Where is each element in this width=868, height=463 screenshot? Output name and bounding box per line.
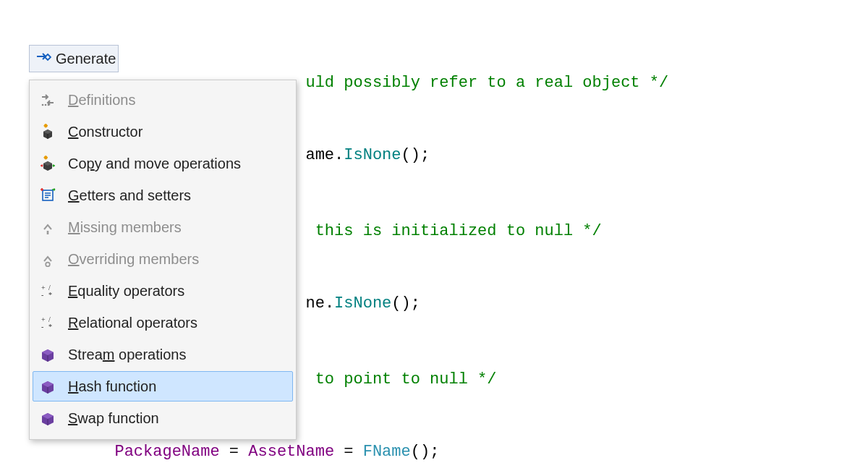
menu-item-hash-function[interactable]: Hash function [33, 371, 293, 402]
generate-header-button[interactable]: Generate [29, 45, 119, 72]
menu-item-label: Getters and setters [68, 187, 191, 204]
menu-item-label: Equality operators [68, 283, 184, 300]
override-o-icon [39, 250, 56, 268]
menu-item-label: Relational operators [68, 315, 197, 331]
code-token: (); [411, 443, 440, 461]
generate-icon [35, 49, 51, 69]
code-token: (); [401, 146, 430, 164]
code-token: AssetName [248, 443, 334, 461]
definitions-icon [39, 91, 56, 109]
code-token: (); [391, 294, 420, 313]
new-cube-icon [39, 123, 56, 140]
code-token: = [220, 443, 249, 461]
code-token: FName [363, 443, 411, 461]
cube-icon [39, 346, 56, 363]
menu-item-label: Hash function [68, 378, 156, 395]
menu-item-label: Definitions [68, 92, 135, 109]
menu-item-equality-operators[interactable]: Equality operators [33, 276, 293, 306]
code-token: to point to null */ [305, 370, 496, 388]
code-token: IsNone [334, 294, 391, 313]
code-token: ne [305, 294, 324, 313]
generate-menu: DefinitionsConstructorCopy and move oper… [29, 80, 297, 440]
menu-item-label: Stream operations [68, 347, 186, 363]
code-token: ame [305, 146, 334, 164]
cube-icon [39, 378, 56, 395]
menu-item-label: Constructor [68, 124, 142, 140]
menu-item-getters-setters[interactable]: Getters and setters [33, 180, 293, 211]
menu-item-definitions: Definitions [33, 85, 293, 115]
menu-item-relational-operators[interactable]: Relational operators [33, 307, 293, 338]
menu-item-label: Swap function [68, 410, 159, 427]
code-line[interactable]: PackageName = AssetName = FName(); [0, 441, 439, 463]
code-token: . [325, 294, 334, 313]
code-token: = [334, 443, 363, 461]
menu-item-missing-members: Missing members [33, 212, 293, 242]
getset-icon [39, 187, 56, 204]
code-token: PackageName [114, 443, 219, 461]
cube-icon [39, 409, 56, 427]
menu-item-stream-operations[interactable]: Stream operations [33, 339, 293, 370]
code-token: uld possibly refer to a real object */ [305, 74, 668, 92]
menu-item-label: Missing members [68, 219, 182, 236]
code-token: this is initialized to null */ [305, 222, 601, 240]
code-token [0, 443, 114, 461]
menu-item-copy-move-operations[interactable]: Copy and move operations [33, 148, 293, 179]
menu-item-constructor[interactable]: Constructor [33, 116, 293, 147]
operators-icon [39, 282, 56, 300]
menu-item-overriding-members: Overriding members [33, 244, 293, 274]
operators-icon [39, 314, 56, 331]
code-token: . [334, 146, 344, 164]
new-cube-arrows-icon [39, 155, 56, 172]
menu-item-label: Copy and move operations [68, 156, 241, 172]
override-i-icon [39, 218, 56, 236]
code-token: IsNone [344, 146, 401, 164]
generate-header-label: Generate [56, 51, 116, 67]
menu-item-swap-function[interactable]: Swap function [33, 403, 293, 433]
menu-item-label: Overriding members [68, 251, 199, 268]
